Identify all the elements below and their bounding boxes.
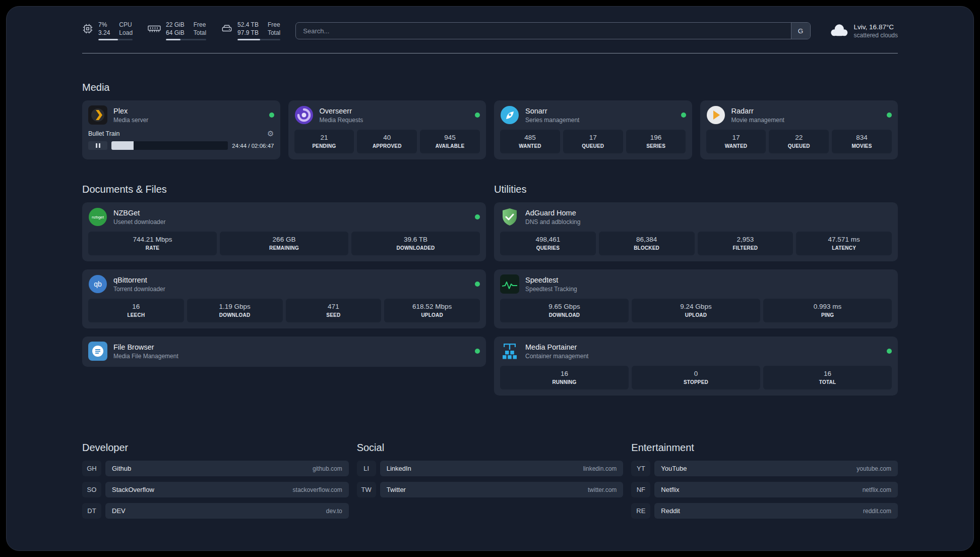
plex-icon — [88, 105, 107, 125]
section-title-entertainment: Entertainment — [631, 442, 898, 454]
memory-progress-bar — [166, 39, 206, 40]
memory-total-value: 64 GiB — [166, 29, 185, 37]
stat-tile: 266 GB REMAINING — [220, 232, 348, 255]
service-name: Media Portainer — [525, 343, 588, 351]
service-subtitle: Movie management — [731, 117, 784, 124]
service-card-overseerr[interactable]: Overseerr Media Requests 21 PENDING 40 A… — [288, 100, 486, 159]
section-utilities: Utilities — [494, 184, 898, 396]
service-name: File Browser — [113, 343, 178, 351]
stat-tile: 485 WANTED — [500, 130, 560, 153]
sonarr-icon — [500, 105, 519, 125]
service-card-filebrowser[interactable]: File Browser Media File Management — [82, 337, 486, 367]
bookmark-stackoverflow[interactable]: SO StackOverflow stackoverflow.com — [82, 482, 349, 497]
bookmark-abbr: SO — [82, 482, 101, 497]
stats-row: 16 LEECH 1.19 Gbps DOWNLOAD 471 SEED 6 — [88, 299, 480, 322]
status-dot — [681, 113, 686, 118]
now-playing-title: Bullet Train — [88, 130, 120, 137]
search-provider-button[interactable]: G — [791, 23, 810, 39]
stat-tile: 0 STOPPED — [632, 366, 760, 389]
search-input[interactable] — [295, 22, 810, 39]
bookmark-abbr: YT — [631, 461, 650, 476]
stat-tile: 945 AVAILABLE — [420, 130, 480, 153]
disk-widget: 52.4 TB 97.9 TB Free Total — [221, 21, 280, 40]
stat-tile: 744.21 Mbps RATE — [88, 232, 217, 255]
status-dot — [475, 214, 480, 219]
service-card-nzbget[interactable]: nzbget NZBGet Usenet downloader 744.21 M… — [82, 202, 486, 261]
stats-row: 17 WANTED 22 QUEUED 834 MOVIES — [706, 130, 892, 153]
svg-text:nzbget: nzbget — [92, 215, 104, 219]
memory-widget: 22 GiB 64 GiB Free Total — [148, 21, 206, 40]
stat-tile: 86,384 BLOCKED — [599, 232, 695, 255]
cpu-load-value: 3.24 — [98, 29, 110, 37]
bookmark-reddit[interactable]: RE Reddit reddit.com — [631, 503, 898, 519]
service-name: Speedtest — [525, 276, 577, 284]
bookmark-dev[interactable]: DT DEV dev.to — [82, 503, 349, 519]
bookmark-linkedin[interactable]: LI LinkedIn linkedin.com — [357, 461, 624, 476]
weather-widget: Lviv, 16.87°C scattered clouds — [829, 23, 898, 39]
status-dot — [887, 349, 892, 354]
service-card-plex[interactable]: Plex Media server Bullet Train ⚙ — [82, 100, 280, 159]
bookmark-group-social: Social LI LinkedIn linkedin.com TW Twitt… — [357, 442, 624, 519]
cpu-label: CPU — [119, 21, 133, 29]
bookmark-name: YouTube — [661, 465, 687, 472]
service-card-qbittorrent[interactable]: qb qBittorrent Torrent downloader 16 LEE… — [82, 269, 486, 328]
adguard-icon — [500, 207, 519, 227]
bookmark-twitter[interactable]: TW Twitter twitter.com — [357, 482, 624, 497]
top-bar: 7% 3.24 CPU Load — [82, 20, 898, 42]
bookmark-youtube[interactable]: YT YouTube youtube.com — [631, 461, 898, 476]
pause-button[interactable] — [88, 141, 107, 150]
memory-free-label: Free — [194, 21, 206, 29]
search-bar: G — [295, 22, 810, 39]
stat-tile: 40 APPROVED — [357, 130, 417, 153]
disk-progress-bar — [237, 39, 280, 40]
bookmark-url: reddit.com — [863, 508, 891, 515]
service-subtitle: DNS and adblocking — [525, 218, 580, 226]
stat-tile: 47.571 ms LATENCY — [796, 232, 892, 255]
service-card-adguard[interactable]: AdGuard Home DNS and adblocking 498,461 … — [494, 202, 898, 261]
nzbget-icon: nzbget — [88, 207, 107, 227]
service-name: Sonarr — [525, 107, 579, 115]
service-subtitle: Torrent downloader — [113, 286, 165, 293]
bookmark-netflix[interactable]: NF Netflix netflix.com — [631, 482, 898, 497]
playback-progress-bar[interactable] — [111, 141, 228, 150]
stat-tile: 16 LEECH — [88, 299, 184, 322]
bookmark-abbr: TW — [357, 482, 376, 497]
service-card-sonarr[interactable]: Sonarr Series management 485 WANTED 17 Q… — [494, 100, 692, 159]
service-subtitle: Container management — [525, 353, 588, 360]
weather-location: Lviv, 16.87°C — [854, 23, 898, 31]
stat-tile: 0.993 ms PING — [763, 299, 892, 322]
bookmark-abbr: DT — [82, 503, 101, 519]
bookmark-name: LinkedIn — [387, 465, 411, 472]
bookmark-url: youtube.com — [856, 465, 891, 472]
gear-icon[interactable]: ⚙ — [267, 130, 274, 137]
bookmark-abbr: NF — [631, 482, 650, 497]
portainer-icon — [500, 342, 519, 361]
cpu-progress-bar — [98, 39, 133, 40]
stat-tile: 834 MOVIES — [832, 130, 892, 153]
bookmark-name: Twitter — [387, 486, 406, 493]
stats-row: 485 WANTED 17 QUEUED 196 SERIES — [500, 130, 686, 153]
disk-total-value: 97.9 TB — [237, 29, 259, 37]
stat-tile: 21 PENDING — [294, 130, 354, 153]
stat-tile: 9.24 Gbps UPLOAD — [632, 299, 760, 322]
stat-tile: 2,953 FILTERED — [698, 232, 793, 255]
service-subtitle: Media Requests — [320, 117, 363, 124]
bookmark-group-entertainment: Entertainment YT YouTube youtube.com NF … — [631, 442, 898, 519]
service-card-radarr[interactable]: Radarr Movie management 17 WANTED 22 QUE… — [700, 100, 898, 159]
service-subtitle: Speedtest Tracking — [525, 286, 577, 293]
stat-tile: 498,461 QUERIES — [500, 232, 596, 255]
cpu-usage-value: 7% — [98, 21, 110, 29]
service-name: Plex — [113, 107, 148, 115]
stats-row: 498,461 QUERIES 86,384 BLOCKED 2,953 FIL… — [500, 232, 892, 255]
service-name: Radarr — [731, 107, 784, 115]
section-title-media: Media — [82, 82, 898, 93]
stat-tile: 16 RUNNING — [500, 366, 629, 389]
service-subtitle: Usenet downloader — [113, 218, 165, 226]
stat-tile: 39.6 TB DOWNLOADED — [351, 232, 480, 255]
service-card-speedtest[interactable]: Speedtest Speedtest Tracking 9.65 Gbps D… — [494, 269, 898, 328]
bookmark-github[interactable]: GH Github github.com — [82, 461, 349, 476]
status-dot — [887, 113, 892, 118]
bookmark-url: twitter.com — [588, 486, 617, 493]
qbittorrent-icon: qb — [88, 274, 107, 294]
service-card-portainer[interactable]: Media Portainer Container management 16 … — [494, 337, 898, 396]
